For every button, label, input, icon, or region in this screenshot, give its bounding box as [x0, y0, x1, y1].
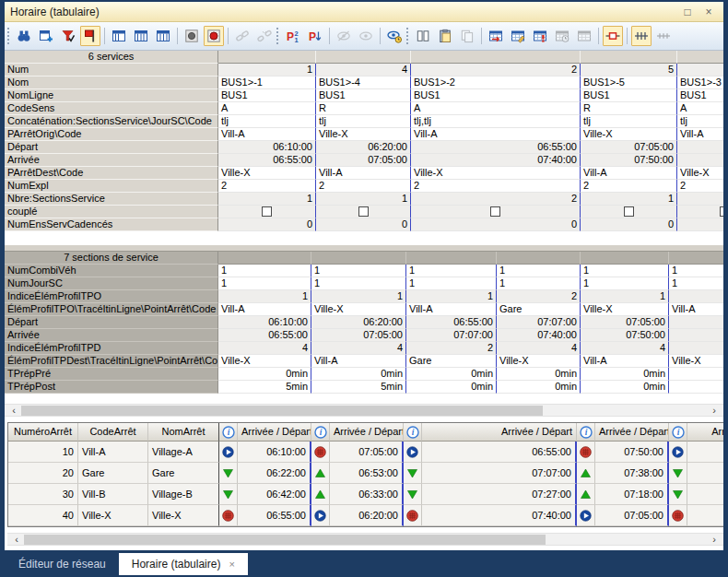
stop-number-cell[interactable]: 30	[8, 484, 78, 505]
value-cell[interactable]: 0min	[406, 368, 497, 381]
column-header[interactable]	[411, 51, 581, 64]
stop-name-cell[interactable]: Gare	[148, 463, 219, 484]
time-cell[interactable]: 07:05:00	[330, 442, 404, 463]
row-label[interactable]: ÉlémProfilTPDest\TracéItinLigne\PointArr…	[5, 355, 218, 368]
scroll-left-arrow[interactable]: ‹	[6, 405, 21, 416]
value-cell[interactable]: 1	[669, 277, 723, 290]
value-cell[interactable]: tlj	[218, 115, 316, 128]
scroll-left-arrow[interactable]: ‹	[9, 534, 24, 545]
value-cell[interactable]: 1	[406, 265, 497, 277]
column-width-max-icon[interactable]	[153, 26, 173, 46]
value-cell[interactable]: Ville-X	[411, 167, 581, 180]
column-header[interactable]	[218, 51, 316, 64]
value-cell[interactable]	[669, 342, 723, 355]
row-label[interactable]: NumJourSC	[5, 277, 218, 290]
compare-pages-icon[interactable]	[413, 26, 433, 46]
arrival-departure-header[interactable]: Arrivée / Départ	[422, 423, 577, 442]
row-label[interactable]: Concaténation:SectionsService\JourSC\Cod…	[5, 115, 218, 128]
record-off-icon[interactable]	[182, 26, 202, 46]
value-cell[interactable]: R	[316, 102, 411, 115]
value-cell[interactable]: BUS1>-2	[411, 77, 581, 89]
value-cell[interactable]	[669, 316, 723, 329]
time-cell[interactable]: 06:55:00	[238, 505, 311, 526]
stop-name-cell[interactable]: Ville-X	[148, 505, 219, 526]
row-label[interactable]: NumCombiVéh	[5, 265, 218, 277]
row-label[interactable]: Nbre:SectionsService	[5, 193, 218, 206]
value-cell[interactable]: Vill-A	[218, 128, 316, 141]
value-cell[interactable]: 0min	[581, 368, 669, 381]
column-header[interactable]	[316, 51, 411, 64]
stop-code-cell[interactable]: Vill-B	[78, 484, 148, 505]
value-cell[interactable]: 1	[311, 265, 406, 277]
service-edit-icon[interactable]	[508, 26, 528, 46]
stop-column-header[interactable]: NuméroArrêt	[8, 423, 78, 442]
time-cell[interactable]: 06:22:00	[238, 463, 311, 484]
toolbar-grip[interactable]	[276, 28, 279, 44]
arrival-departure-header[interactable]: Arrivée / Départ	[595, 423, 669, 442]
find-binoculars-icon[interactable]	[14, 26, 34, 46]
scroll-thumb[interactable]	[24, 535, 546, 545]
value-cell[interactable]: 4	[311, 342, 406, 355]
value-cell[interactable]: 06:55:00	[218, 154, 316, 167]
value-cell[interactable]: Vill-A	[581, 355, 669, 368]
service-shift-icon[interactable]	[486, 26, 506, 46]
value-cell[interactable]: Gare	[497, 303, 581, 316]
value-cell[interactable]: 2	[411, 193, 581, 206]
value-cell[interactable]: Ville-X	[677, 167, 723, 180]
value-cell[interactable]: 5min	[311, 381, 406, 394]
value-cell[interactable]: Vill-A	[411, 128, 581, 141]
value-cell[interactable]	[669, 329, 723, 342]
couple-checkbox[interactable]	[624, 206, 634, 217]
value-cell[interactable]: Vill-A	[669, 303, 723, 316]
column-width-opt-icon[interactable]	[131, 26, 151, 46]
value-cell[interactable]	[677, 193, 723, 206]
stop-code-cell[interactable]: Gare	[78, 463, 148, 484]
value-cell[interactable]: 07:05:00	[311, 329, 406, 342]
value-cell[interactable]: Ville-X	[497, 355, 581, 368]
value-cell[interactable]: 06:55:00	[218, 329, 311, 342]
value-cell[interactable]: 06:10:00	[218, 141, 316, 154]
coupling-icon[interactable]	[603, 26, 623, 46]
value-cell[interactable]: 06:55:00	[406, 316, 497, 329]
value-cell[interactable]: BUS1>-3	[677, 77, 723, 89]
value-cell[interactable]: 0	[581, 218, 677, 231]
sort-order-icon[interactable]: P	[305, 26, 325, 46]
couple-checkbox[interactable]	[720, 206, 724, 217]
section-marks-icon[interactable]	[631, 26, 652, 46]
column-header[interactable]	[497, 252, 581, 265]
value-cell[interactable]: 1	[218, 265, 311, 277]
stop-number-cell[interactable]: 10	[8, 442, 78, 463]
time-cell[interactable]: 07:40:00	[422, 505, 577, 526]
value-cell[interactable]: 1	[581, 193, 677, 206]
show-times-eye-icon[interactable]	[384, 26, 405, 46]
value-cell[interactable]: 06:10:00	[218, 316, 311, 329]
value-cell[interactable]: tlj,tlj	[411, 115, 581, 128]
sort-priority-icon[interactable]: P21	[283, 26, 303, 46]
value-cell[interactable]	[669, 290, 723, 303]
tab-close-icon[interactable]: ×	[229, 559, 234, 570]
value-cell[interactable]: BUS1	[316, 89, 411, 102]
value-cell[interactable]	[677, 141, 723, 154]
value-cell[interactable]: 1	[497, 277, 581, 290]
column-width-min-icon[interactable]	[109, 26, 129, 46]
value-cell[interactable]: 06:55:00	[411, 141, 581, 154]
value-cell[interactable]: 1	[497, 265, 581, 277]
value-cell[interactable]: tlj	[316, 115, 411, 128]
couple-checkbox[interactable]	[358, 206, 369, 217]
column-header[interactable]	[406, 252, 497, 265]
time-cell[interactable]: 06:53:00	[330, 463, 404, 484]
stop-number-cell[interactable]: 20	[8, 463, 78, 484]
value-cell[interactable]: 4	[218, 342, 311, 355]
row-label[interactable]: IndiceÉlémProfilTPD	[5, 342, 218, 355]
value-cell[interactable]: tlj	[581, 115, 677, 128]
value-cell[interactable]: Gare	[406, 355, 497, 368]
value-cell[interactable]: 0	[218, 218, 316, 231]
value-cell[interactable]: Vill-A	[406, 303, 497, 316]
value-cell[interactable]: BUS1	[218, 89, 316, 102]
value-cell[interactable]: Ville-X	[581, 303, 669, 316]
value-cell[interactable]: BUS1>-5	[581, 77, 677, 89]
post-flag-icon[interactable]	[80, 26, 100, 46]
value-cell[interactable]: 1	[581, 277, 669, 290]
value-cell[interactable]: Vill-A	[311, 355, 406, 368]
value-cell[interactable]: 2	[411, 64, 581, 77]
